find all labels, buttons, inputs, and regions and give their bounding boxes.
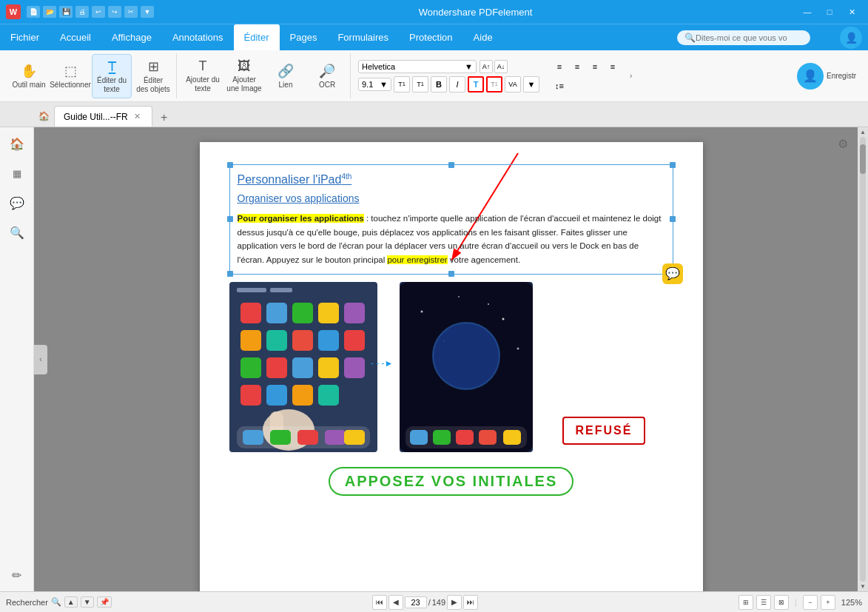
resize-bm[interactable] bbox=[448, 271, 454, 277]
page-input[interactable] bbox=[405, 596, 427, 608]
italic-btn[interactable]: I bbox=[449, 76, 465, 93]
toolbar-icon-open[interactable]: 📂 bbox=[43, 6, 56, 18]
tool-select[interactable]: ⬚ Sélectionner bbox=[50, 54, 90, 98]
nav-next-btn[interactable]: ▶ bbox=[447, 595, 462, 610]
menu-protection[interactable]: Protection bbox=[399, 24, 463, 50]
line-spacing-btn[interactable]: ↕≡ bbox=[551, 78, 568, 94]
nav-first-btn[interactable]: ⏮ bbox=[372, 595, 387, 610]
search-box[interactable]: 🔍 bbox=[677, 30, 810, 45]
toolbar-icon-new[interactable]: 📄 bbox=[27, 6, 40, 18]
status-nav: ⏮ ◀ / 149 ▶ ⏭ bbox=[372, 595, 478, 610]
toolbar-icon-down[interactable]: ▼ bbox=[141, 6, 154, 18]
toolbar-icon-print[interactable]: 🖨 bbox=[75, 6, 89, 18]
sidebar-icon-comments[interactable]: 💬 bbox=[7, 192, 27, 213]
scroll-track[interactable] bbox=[860, 137, 866, 582]
decrease-text-size-btn[interactable]: A↓ bbox=[494, 60, 508, 73]
account-button[interactable]: 👤 bbox=[840, 27, 862, 49]
right-scrollbar[interactable]: ▲ ▼ bbox=[858, 127, 868, 591]
scroll-down-arrow[interactable]: ▼ bbox=[860, 583, 866, 590]
font-size-dropdown[interactable]: 9.1 ▼ bbox=[358, 78, 391, 91]
text-color-T-btn[interactable]: T bbox=[468, 76, 484, 93]
ipad-screen-2-svg bbox=[400, 282, 533, 452]
zoom-level: 125% bbox=[841, 598, 862, 607]
settings-icon[interactable]: ⚙ bbox=[832, 133, 853, 154]
menu-accueil[interactable]: Accueil bbox=[50, 24, 101, 50]
home-tab-icon[interactable]: 🏠 bbox=[33, 106, 54, 127]
expand-icon[interactable]: › bbox=[630, 72, 632, 80]
zoom-out-btn[interactable]: − bbox=[803, 595, 818, 610]
resize-mr[interactable] bbox=[670, 216, 676, 222]
menu-fichier[interactable]: Fichier bbox=[0, 24, 50, 50]
char-spacing-btn[interactable]: VA bbox=[505, 76, 521, 93]
align-left-btn[interactable]: ≡ bbox=[551, 58, 568, 75]
tool-add-text[interactable]: T Ajouter du texte bbox=[183, 54, 223, 98]
menu-aide[interactable]: Aide bbox=[463, 24, 503, 50]
tool-link[interactable]: 🔗 Lien bbox=[266, 54, 306, 98]
app-icon: W bbox=[6, 4, 21, 19]
align-justify-btn[interactable]: ≡ bbox=[605, 58, 621, 75]
status-search: Rechercher 🔍 ▲ ▼ 📌 bbox=[6, 596, 112, 608]
menu-affichage[interactable]: Affichage bbox=[101, 24, 162, 50]
resize-tl[interactable] bbox=[227, 162, 233, 168]
svg-rect-43 bbox=[456, 430, 474, 445]
bold-btn[interactable]: B bbox=[431, 76, 447, 93]
view-btn-1[interactable]: ⊞ bbox=[739, 595, 753, 610]
menu-annotations[interactable]: Annotations bbox=[162, 24, 234, 50]
align-right-btn[interactable]: ≡ bbox=[587, 58, 603, 75]
scroll-up-arrow[interactable]: ▲ bbox=[860, 129, 866, 135]
sidebar-icon-edit[interactable]: ✏ bbox=[7, 565, 27, 585]
view-btn-3[interactable]: ⊠ bbox=[774, 595, 789, 610]
toolbar-expand[interactable]: › bbox=[628, 72, 640, 80]
resize-tr[interactable] bbox=[670, 162, 676, 168]
collapse-panel-btn[interactable]: ‹ bbox=[34, 345, 47, 374]
resize-ml[interactable] bbox=[227, 216, 233, 222]
select-icon: ⬚ bbox=[64, 63, 77, 79]
nav-prev-btn[interactable]: ◀ bbox=[388, 595, 403, 610]
superscript-btn[interactable]: T1 bbox=[394, 76, 410, 93]
subscript-btn[interactable]: T1 bbox=[412, 76, 428, 93]
search-status-icon[interactable]: 🔍 bbox=[51, 597, 61, 607]
account-avatar[interactable]: 👤 bbox=[797, 63, 824, 90]
resize-tm[interactable] bbox=[448, 162, 454, 168]
toolbar-icon-save[interactable]: 💾 bbox=[59, 6, 73, 18]
tab-close-btn[interactable]: ✕ bbox=[132, 112, 143, 122]
minimize-button[interactable]: — bbox=[797, 4, 818, 19]
toolbar-icon-redo[interactable]: ↪ bbox=[108, 6, 121, 18]
menu-formulaires[interactable]: Formulaires bbox=[327, 24, 399, 50]
tool-ocr[interactable]: 🔎 OCR bbox=[307, 54, 347, 98]
sidebar-icon-search[interactable]: 🔍 bbox=[7, 222, 27, 243]
menu-editer[interactable]: Éditer bbox=[234, 24, 280, 50]
text-color-T2-btn[interactable]: T1 bbox=[486, 76, 502, 93]
nav-last-btn[interactable]: ⏭ bbox=[463, 595, 478, 610]
view-btn-2[interactable]: ☰ bbox=[756, 595, 771, 610]
pdf-body-text: Pour organiser les applications : touche… bbox=[238, 212, 665, 266]
tool-edit-objects[interactable]: ⊞ Éditer des objets bbox=[133, 54, 173, 98]
text-block-selected[interactable]: Personnaliser l'iPad4th Organiser vos ap… bbox=[229, 164, 673, 275]
close-button[interactable]: ✕ bbox=[841, 4, 862, 19]
maximize-button[interactable]: □ bbox=[819, 4, 840, 19]
tab-add-btn[interactable]: + bbox=[155, 109, 173, 127]
toolbar-icon-undo[interactable]: ↩ bbox=[92, 6, 105, 18]
zoom-in-btn[interactable]: + bbox=[821, 595, 835, 610]
search-down-icon[interactable]: ▼ bbox=[81, 596, 94, 608]
font-dropdown[interactable]: Helvetica ▼ bbox=[358, 60, 477, 73]
comment-bubble[interactable]: 💬 bbox=[662, 263, 683, 284]
tool-edit-text[interactable]: T̲ Éditer du texte bbox=[92, 54, 132, 98]
more-btn[interactable]: ▼ bbox=[523, 76, 539, 93]
tool-main[interactable]: ✋ Outil main bbox=[9, 54, 49, 98]
pdf-tab[interactable]: Guide Util...--FR ✕ bbox=[54, 106, 152, 127]
search-icon: 🔍 bbox=[684, 33, 696, 43]
toolbar-icon-more[interactable]: ✂ bbox=[124, 6, 138, 18]
search-pin-icon[interactable]: 📌 bbox=[97, 596, 112, 608]
menu-pages[interactable]: Pages bbox=[280, 24, 328, 50]
sidebar-icon-thumbnails[interactable]: ▦ bbox=[7, 163, 27, 184]
search-up-icon[interactable]: ▲ bbox=[64, 596, 78, 608]
scroll-thumb[interactable] bbox=[860, 144, 866, 174]
tool-add-image[interactable]: 🖼 Ajouter une Image bbox=[224, 54, 264, 98]
resize-bl[interactable] bbox=[227, 271, 233, 277]
increase-text-size-btn[interactable]: A↑ bbox=[480, 60, 493, 73]
sidebar-icon-home[interactable]: 🏠 bbox=[7, 133, 27, 154]
align-center-btn[interactable]: ≡ bbox=[569, 58, 585, 75]
svg-rect-6 bbox=[292, 303, 313, 323]
search-input[interactable] bbox=[696, 33, 799, 42]
